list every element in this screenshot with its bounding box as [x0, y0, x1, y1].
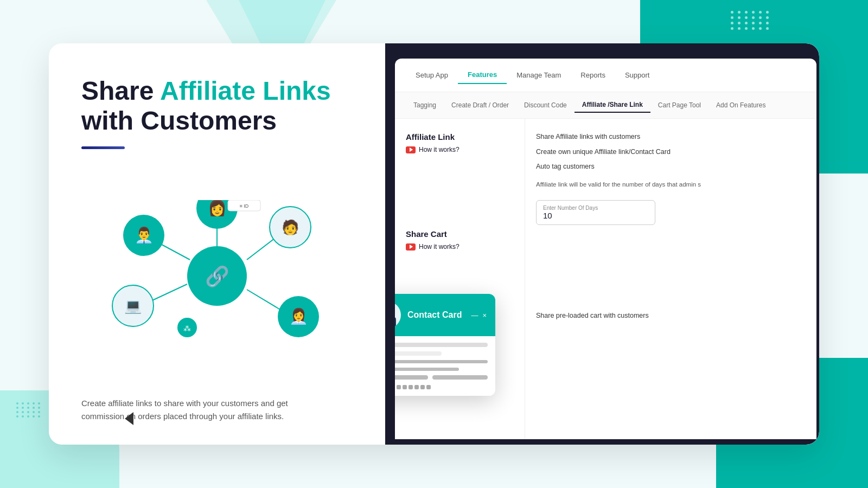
contact-card-two-lines	[395, 375, 488, 380]
share-cart-how-it-works-label: How it works?	[419, 243, 459, 251]
subtab-create-draft[interactable]: Create Draft / Order	[444, 98, 516, 112]
contact-card-line-1	[395, 343, 488, 347]
svg-text:⁂: ⁂	[183, 324, 191, 333]
contact-card-title: Contact Card	[407, 310, 462, 320]
page-headline: Share Affiliate Links with Customers	[81, 76, 353, 136]
headline-teal: Affiliate Links	[160, 76, 331, 105]
subtab-cart-page[interactable]: Cart Page Tool	[650, 98, 709, 112]
dot-6	[403, 385, 407, 389]
right-panel: Setup App Features Manage Team Reports S…	[385, 43, 819, 445]
tab-manage-team[interactable]: Manage Team	[507, 67, 571, 84]
app-nav-sub: Tagging Create Draft / Order Discount Co…	[395, 92, 816, 119]
contact-card-header: Contact Card — ×	[395, 294, 495, 336]
contact-card-line-2	[395, 351, 442, 356]
svg-text:👩‍💼: 👩‍💼	[289, 307, 308, 325]
contact-card-popup: Contact Card — ×	[395, 294, 495, 396]
dots-bottom-left	[16, 402, 41, 418]
share-cart-how-it-works[interactable]: How it works?	[406, 243, 514, 251]
tab-reports[interactable]: Reports	[571, 67, 615, 84]
days-input-value: 10	[543, 211, 648, 220]
subtab-addon[interactable]: Add On Features	[709, 98, 773, 112]
feature-bullet-1: Share Affiliate links with customers	[536, 132, 806, 142]
dot-8	[414, 385, 419, 389]
svg-text:🧑: 🧑	[282, 219, 299, 236]
subtab-discount-code[interactable]: Discount Code	[516, 98, 575, 112]
tab-features[interactable]: Features	[458, 66, 507, 84]
app-screen: Setup App Features Manage Team Reports S…	[395, 59, 816, 439]
headline-underline	[81, 146, 125, 149]
affiliate-note: Affiliate link will be valid for the num…	[536, 180, 806, 189]
description-text: Create affiliate links to share with you…	[81, 397, 309, 423]
dot-7	[409, 385, 413, 389]
dot-9	[420, 385, 425, 389]
contact-card-half-2	[432, 375, 488, 380]
contact-card-body	[395, 336, 495, 396]
svg-text:👨‍💼: 👨‍💼	[135, 226, 154, 244]
dot-10	[426, 385, 431, 389]
nav-prev-button[interactable]	[125, 412, 133, 425]
tab-setup-app[interactable]: Setup App	[406, 67, 458, 84]
contact-card-line-4	[395, 368, 459, 371]
share-cart-section: Share Cart How it works?	[406, 229, 514, 251]
app-right-column: Share Affiliate links with customers Cre…	[525, 119, 816, 439]
contact-card-line-3	[395, 360, 488, 363]
contact-card-half-1	[395, 375, 428, 380]
headline-part1: Share	[81, 76, 160, 105]
svg-text:🔗: 🔗	[205, 265, 229, 288]
subtab-affiliate-share[interactable]: Affiliate /Share Link	[575, 98, 650, 113]
share-cart-description: Share pre-loaded cart with customers	[536, 312, 806, 319]
subtab-tagging[interactable]: Tagging	[406, 98, 444, 112]
left-panel: Share Affiliate Links with Customers 🔗 👩	[49, 43, 385, 445]
headline-part2: with Customers	[81, 106, 277, 135]
feature-bullet-3: Auto tag customers	[536, 162, 806, 172]
contact-card-close[interactable]: ×	[482, 311, 487, 319]
svg-text:👩: 👩	[208, 200, 227, 217]
contact-card-dots	[395, 385, 488, 389]
svg-text:≡ ID: ≡ ID	[240, 203, 249, 209]
svg-text:💻: 💻	[124, 297, 142, 314]
main-card: Share Affiliate Links with Customers 🔗 👩	[49, 43, 819, 445]
feature-bullet-2: Create own unique Affiliate link/Contact…	[536, 147, 806, 157]
contact-card-minimize[interactable]: —	[471, 311, 478, 319]
dots-top-right	[731, 11, 770, 30]
app-nav-top: Setup App Features Manage Team Reports S…	[395, 59, 816, 92]
illustration-area: 🔗 👩 ≡ ID 👨‍💼 💻	[81, 165, 353, 386]
play-icon	[406, 146, 416, 153]
share-cart-heading: Share Cart	[406, 229, 514, 239]
share-cart-play-icon	[406, 243, 416, 251]
tab-support[interactable]: Support	[615, 67, 660, 84]
dot-5	[397, 385, 401, 389]
days-input-wrapper[interactable]: Enter Number Of Days 10	[536, 200, 655, 225]
days-input-label: Enter Number Of Days	[543, 205, 648, 211]
network-illustration: 🔗 👩 ≡ ID 👨‍💼 💻	[103, 200, 331, 352]
affiliate-how-it-works-label: How it works?	[419, 146, 459, 153]
affiliate-link-heading: Affiliate Link	[406, 132, 514, 142]
affiliate-how-it-works[interactable]: How it works?	[406, 146, 514, 153]
contact-card-avatar	[395, 301, 401, 329]
svg-rect-22	[395, 317, 396, 328]
